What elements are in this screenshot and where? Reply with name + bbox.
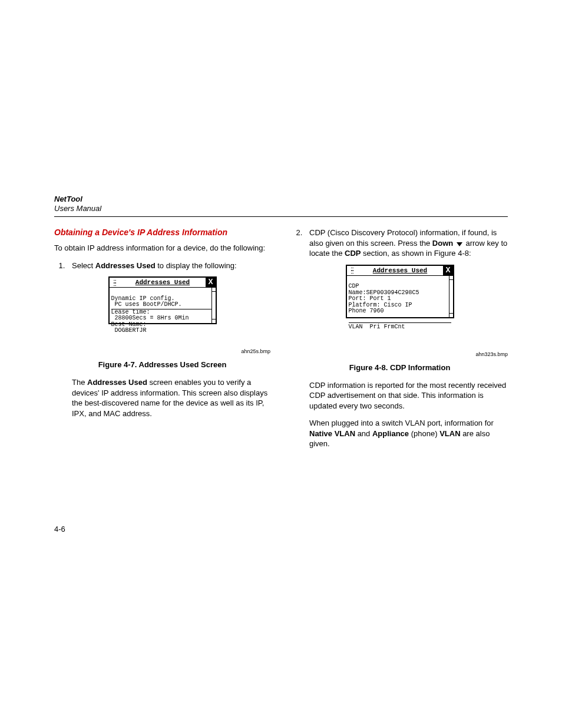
step1-post: to display the following: bbox=[156, 261, 237, 270]
d1-line5: Best Name: bbox=[111, 321, 147, 328]
step-1: Select Addresses Used to display the fol… bbox=[67, 261, 270, 271]
drag-dots-icon bbox=[347, 266, 358, 274]
step-2: CDP (Cisco Discovery Protocol) informati… bbox=[305, 228, 508, 259]
d1-line6: DOGBERTJR bbox=[111, 327, 147, 334]
right-column: CDP (Cisco Discovery Protocol) informati… bbox=[292, 228, 508, 456]
d2-line3: Port: Port 1 bbox=[349, 295, 391, 302]
close-icon: X bbox=[206, 278, 216, 287]
page-number: 4-6 bbox=[54, 525, 65, 533]
header-rule bbox=[54, 216, 508, 217]
d1-line3: Lease time: bbox=[111, 309, 150, 315]
close-icon: X bbox=[443, 266, 453, 275]
doc-type: Users Manual bbox=[54, 204, 508, 213]
step2-bold: Down bbox=[432, 239, 453, 248]
d2-line5: Phone 7960 bbox=[349, 308, 384, 314]
bmp-label-1: ahn25s.bmp bbox=[54, 348, 270, 354]
step1-pre: Select bbox=[72, 261, 95, 270]
figure-4-8-caption: Figure 4-8. CDP Information bbox=[292, 363, 508, 372]
left-column: Obtaining a Device's IP Address Informat… bbox=[54, 228, 270, 456]
device2-title: Addresses Used bbox=[358, 267, 443, 274]
para1-bold: Addresses Used bbox=[87, 378, 147, 387]
d1-line4: 28800Secs = 8Hrs 0Min bbox=[111, 315, 189, 321]
device2-body: CDP Name:SEP003094C298C5 Port: Port 1 Pl… bbox=[347, 276, 453, 317]
step1-bold: Addresses Used bbox=[95, 261, 156, 270]
intro-paragraph: To obtain IP address information for a d… bbox=[54, 243, 270, 253]
cdp-paragraph: CDP information is reported for the most… bbox=[309, 380, 508, 411]
device1-body: Dynamic IP config. PC uses BootP/DHCP.Le… bbox=[110, 288, 216, 323]
step-list-left: Select Addresses Used to display the fol… bbox=[54, 261, 270, 271]
para3-b1: Native VLAN bbox=[309, 429, 355, 438]
step2-mid bbox=[453, 239, 455, 248]
scrollbar bbox=[211, 288, 216, 323]
para3-pre: When plugged into a switch VLAN port, in… bbox=[309, 419, 494, 427]
down-arrow-icon bbox=[457, 242, 462, 246]
running-header: NetTool Users Manual bbox=[54, 195, 508, 213]
d1-line2: PC uses BootP/DHCP. bbox=[111, 301, 182, 308]
d1-line1: Dynamic IP config. bbox=[111, 295, 175, 302]
figure-4-8: Addresses Used X CDP Name:SEP003094C298C… bbox=[292, 265, 508, 349]
d2-line6: VLAN Pri FrmCnt bbox=[349, 324, 405, 330]
para3-mid: and bbox=[355, 429, 372, 438]
d2-line1: CDP bbox=[349, 283, 359, 289]
para3-paren: (phone) bbox=[409, 429, 439, 438]
drag-dots-icon bbox=[110, 279, 120, 286]
para3-b3: VLAN bbox=[439, 429, 460, 438]
d2-line2: Name:SEP003094C298C5 bbox=[349, 289, 419, 296]
para1-pre: The bbox=[72, 378, 87, 387]
device1-titlebar: Addresses Used X bbox=[110, 278, 216, 288]
addresses-used-paragraph: The Addresses Used screen enables you to… bbox=[72, 377, 270, 419]
para3-b2: Appliance bbox=[372, 429, 409, 438]
step-list-right: CDP (Cisco Discovery Protocol) informati… bbox=[292, 228, 508, 259]
two-column-layout: Obtaining a Device's IP Address Informat… bbox=[54, 228, 508, 456]
d2-line4: Platform: Cisco IP bbox=[349, 302, 412, 308]
scrollbar bbox=[449, 276, 453, 317]
vlan-paragraph: When plugged into a switch VLAN port, in… bbox=[309, 418, 508, 449]
step2-bold2: CDP bbox=[345, 249, 361, 258]
product-name: NetTool bbox=[54, 195, 508, 203]
document-page: NetTool Users Manual Obtaining a Device'… bbox=[0, 0, 562, 728]
figure-4-7: Addresses Used X Dynamic IP config. PC u… bbox=[54, 276, 270, 346]
bmp-label-2: ahn323s.bmp bbox=[292, 351, 508, 357]
device1-title: Addresses Used bbox=[120, 279, 206, 286]
device-screen-2: Addresses Used X CDP Name:SEP003094C298C… bbox=[346, 265, 454, 318]
figure-4-7-caption: Figure 4-7. Addresses Used Screen bbox=[54, 360, 270, 369]
step2-end: section, as shown in Figure 4-8: bbox=[361, 249, 471, 258]
device-screen-1: Addresses Used X Dynamic IP config. PC u… bbox=[108, 276, 217, 324]
device2-titlebar: Addresses Used X bbox=[347, 266, 453, 276]
section-heading: Obtaining a Device's IP Address Informat… bbox=[54, 228, 270, 237]
